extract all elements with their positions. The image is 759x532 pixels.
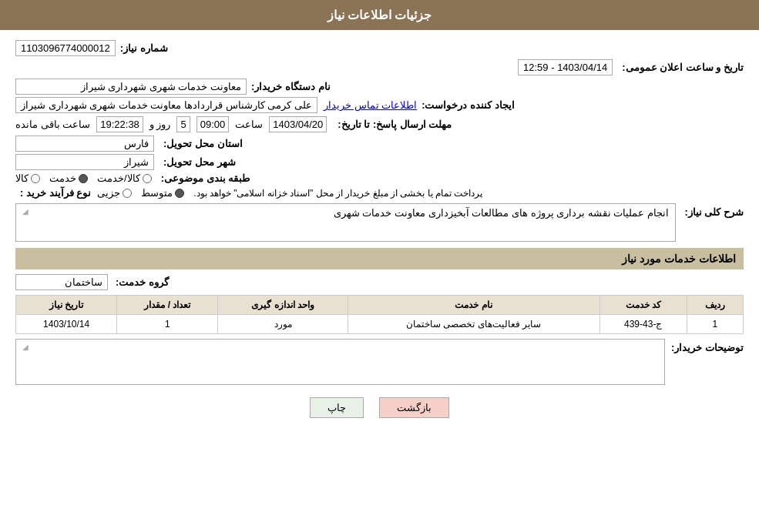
col-name: نام خدمت bbox=[348, 296, 599, 315]
col-radif: ردیف bbox=[687, 296, 743, 315]
description-row: شرح کلی نیاز: انجام عملیات نقشه برداری پ… bbox=[15, 203, 744, 242]
purchase-note: پرداخت تمام یا بخشی از مبلغ خریدار از مح… bbox=[190, 185, 485, 202]
buttons-row: بازگشت چاپ bbox=[15, 397, 744, 418]
radio-khedmat-label: خدمت bbox=[49, 172, 76, 184]
buyer-desc-box: ◢ bbox=[15, 339, 665, 385]
deadline-time-label: ساعت bbox=[235, 119, 263, 130]
page-wrapper: جزئیات اطلاعات نیاز شماره نیاز: 11030967… bbox=[0, 0, 759, 532]
city-value: شیراز bbox=[15, 154, 154, 170]
announce-value: 1403/04/14 - 12:59 bbox=[518, 59, 613, 75]
table-header-row: ردیف کد خدمت نام خدمت واحد اندازه گیری ت… bbox=[16, 296, 744, 315]
subject-row: طبقه بندی موضوعی: کالا/خدمت خدمت کالا bbox=[15, 172, 744, 184]
purchase-type-label: نوع فرآیند خرید : bbox=[20, 187, 91, 199]
deadline-remaining-label: ساعت باقی مانده bbox=[15, 119, 90, 130]
col-unit: واحد اندازه گیری bbox=[218, 296, 348, 315]
group-label: گروه خدمت: bbox=[116, 276, 169, 288]
buyer-org-row: نام دستگاه خریدار: معاونت خدمات شهری شهر… bbox=[15, 79, 744, 95]
subject-radio-kala[interactable]: کالا bbox=[15, 172, 40, 184]
radio-medium-label: متوسط bbox=[141, 187, 173, 199]
page-title: جزئیات اطلاعات نیاز bbox=[327, 8, 432, 22]
deadline-label: مهلت ارسال پاسخ: تا تاریخ: bbox=[338, 119, 452, 130]
deadline-remaining-value: 19:22:38 bbox=[96, 116, 143, 132]
buyer-desc-row: توضیحات خریدار: ◢ bbox=[15, 339, 744, 385]
need-number-value: 1103096774000012 bbox=[15, 40, 116, 56]
cell-unit: مورد bbox=[218, 315, 348, 334]
radio-small-label: جزیی bbox=[97, 187, 120, 199]
service-info-header: اطلاعات خدمات مورد نیاز bbox=[15, 248, 744, 269]
creator-value: علی کرمی کارشناس قراردادها معاونت خدمات … bbox=[15, 97, 317, 113]
cell-radif: 1 bbox=[687, 315, 743, 334]
buyer-desc-box-wrapper: ◢ bbox=[15, 339, 665, 385]
subject-label: طبقه بندی موضوعی: bbox=[161, 172, 250, 184]
radio-kala-circle bbox=[31, 174, 40, 183]
cell-name: سایر فعالیت‌های تخصصی ساختمان bbox=[348, 315, 599, 334]
content-area: شماره نیاز: 1103096774000012 تاریخ و ساع… bbox=[0, 30, 759, 433]
description-label: شرح کلی نیاز: bbox=[682, 203, 744, 218]
creator-label: ایجاد کننده درخواست: bbox=[421, 99, 515, 111]
col-code: کد خدمت bbox=[599, 296, 687, 315]
radio-khedmat-circle bbox=[79, 174, 88, 183]
radio-kala-label: کالا bbox=[15, 172, 29, 184]
buyer-org-value: معاونت خدمات شهری شهرداری شیراز bbox=[15, 79, 247, 95]
deadline-days-label: روز و bbox=[149, 119, 171, 130]
subject-radio-kala-khedmat[interactable]: کالا/خدمت bbox=[97, 172, 152, 184]
province-row: استان محل تحویل: فارس bbox=[15, 136, 744, 152]
province-value: فارس bbox=[15, 136, 154, 152]
service-info-title: اطلاعات خدمات مورد نیاز bbox=[622, 253, 736, 265]
announce-row: تاریخ و ساعت اعلان عمومی: 1403/04/14 - 1… bbox=[15, 59, 744, 75]
radio-medium-circle bbox=[175, 189, 184, 198]
cell-date: 1403/10/14 bbox=[16, 315, 117, 334]
buyer-desc-label: توضیحات خریدار: bbox=[671, 339, 744, 353]
resize-handle: ◢ bbox=[22, 207, 29, 216]
need-number-row: شماره نیاز: 1103096774000012 bbox=[15, 40, 744, 56]
radio-small-circle bbox=[123, 189, 132, 198]
city-row: شهر محل تحویل: شیراز bbox=[15, 154, 744, 170]
group-row: گروه خدمت: ساختمان bbox=[15, 274, 744, 290]
city-label: شهر محل تحویل: bbox=[163, 156, 236, 168]
page-header: جزئیات اطلاعات نیاز bbox=[0, 0, 759, 30]
purchase-type-radio-group: متوسط جزیی bbox=[97, 187, 184, 199]
buyer-org-label: نام دستگاه خریدار: bbox=[251, 81, 331, 92]
announce-label: تاریخ و ساعت اعلان عمومی: bbox=[622, 62, 744, 73]
subject-radio-group: کالا/خدمت خدمت کالا bbox=[15, 172, 152, 184]
description-box: انجام عملیات نقشه برداری پروژه های مطالع… bbox=[15, 203, 676, 242]
service-table: ردیف کد خدمت نام خدمت واحد اندازه گیری ت… bbox=[15, 295, 744, 334]
radio-kala-khedmat-circle bbox=[143, 174, 152, 183]
col-count: تعداد / مقدار bbox=[117, 296, 218, 315]
group-value: ساختمان bbox=[15, 274, 108, 290]
description-value: انجام عملیات نقشه برداری پروژه های مطالع… bbox=[334, 207, 669, 219]
deadline-row: مهلت ارسال پاسخ: تا تاریخ: 1403/04/20 سا… bbox=[15, 116, 744, 132]
description-box-wrapper: انجام عملیات نقشه برداری پروژه های مطالع… bbox=[15, 203, 676, 242]
purchase-type-left: پرداخت تمام یا بخشی از مبلغ خریدار از مح… bbox=[190, 187, 485, 199]
creator-link[interactable]: اطلاعات تماس خریدار bbox=[324, 99, 417, 111]
subject-radio-khedmat[interactable]: خدمت bbox=[49, 172, 88, 184]
deadline-time-value: 09:00 bbox=[196, 116, 230, 132]
deadline-days-value: 5 bbox=[176, 116, 190, 132]
purchase-type-medium[interactable]: متوسط bbox=[141, 187, 184, 199]
province-label: استان محل تحویل: bbox=[163, 138, 243, 149]
purchase-type-small[interactable]: جزیی bbox=[97, 187, 132, 199]
resize-handle-2: ◢ bbox=[22, 343, 29, 351]
creator-row: ایجاد کننده درخواست: اطلاعات تماس خریدار… bbox=[15, 97, 744, 113]
col-date: تاریخ نیاز bbox=[16, 296, 117, 315]
need-number-label: شماره نیاز: bbox=[120, 42, 168, 54]
radio-kala-khedmat-label: کالا/خدمت bbox=[97, 172, 140, 184]
cell-code: ج-43-439 bbox=[599, 315, 687, 334]
deadline-date-value: 1403/04/20 bbox=[269, 116, 327, 132]
announce-left: تاریخ و ساعت اعلان عمومی: 1403/04/14 - 1… bbox=[518, 59, 744, 75]
print-button[interactable]: چاپ bbox=[310, 397, 364, 418]
purchase-type-section: پرداخت تمام یا بخشی از مبلغ خریدار از مح… bbox=[15, 187, 744, 199]
table-row: 1 ج-43-439 سایر فعالیت‌های تخصصی ساختمان… bbox=[16, 315, 744, 334]
back-button[interactable]: بازگشت bbox=[379, 397, 449, 418]
cell-count: 1 bbox=[117, 315, 218, 334]
